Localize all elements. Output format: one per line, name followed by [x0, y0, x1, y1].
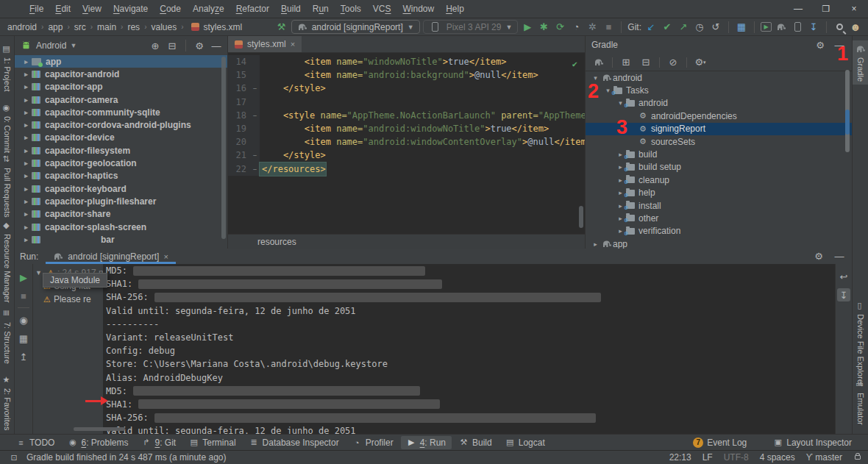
- fold-marker[interactable]: −: [250, 82, 260, 95]
- sidebar-tab-2-favorites[interactable]: ★2: Favorites: [0, 371, 14, 433]
- toolwindow-button-profiler[interactable]: ◔Profiler: [346, 436, 399, 449]
- project-item-capacitor-app[interactable]: ▸capacitor-app: [15, 81, 227, 93]
- minimize-window-icon[interactable]: —: [784, 0, 812, 18]
- gradle-node-install[interactable]: ▸install: [586, 199, 852, 212]
- fold-marker[interactable]: −: [250, 149, 260, 162]
- sidebar-tab-resource-manager[interactable]: ◆Resource Manager: [0, 217, 14, 306]
- git-push-icon[interactable]: ↗: [677, 21, 690, 34]
- run-console-output[interactable]: MD5:SHA1:SHA-256:Valid until: segunda-fe…: [103, 264, 835, 434]
- settings-icon[interactable]: ⚙: [812, 250, 825, 263]
- layout-settings-icon[interactable]: ▦: [17, 332, 30, 345]
- project-item-capacitor-haptics[interactable]: ▸capacitor-haptics: [15, 170, 227, 182]
- gradle-node-cleanup[interactable]: ▸cleanup: [586, 174, 852, 186]
- running-devices-icon[interactable]: ▶: [761, 22, 772, 32]
- scroll-to-end-icon[interactable]: ↧: [837, 288, 850, 301]
- inspections-ok-icon[interactable]: ✔: [572, 57, 577, 71]
- sidebar-tab-emulator[interactable]: ▭Emulator: [853, 376, 868, 428]
- rollback-icon[interactable]: ↺: [709, 21, 722, 34]
- code-line[interactable]: 21− </style>: [228, 149, 585, 162]
- git-update-project-icon[interactable]: ↙: [644, 21, 658, 34]
- toolwindow-button-database-inspector[interactable]: ≣Database Inspector: [243, 436, 345, 449]
- breadcrumb-item[interactable]: values: [149, 22, 178, 32]
- chevron-right-icon[interactable]: ▸: [21, 210, 32, 218]
- project-item-capacitor-share[interactable]: ▸capacitor-share: [15, 208, 227, 221]
- toolwindow-button-4-run[interactable]: ▶4: Run: [401, 436, 452, 449]
- git-branch-widget[interactable]: ϒ master: [806, 452, 842, 463]
- code-area[interactable]: 14 <item name="windowNoTitle">true</item…: [228, 53, 585, 234]
- stop-icon[interactable]: ■: [17, 289, 30, 302]
- code-line[interactable]: 22−</resources>: [228, 163, 585, 176]
- chevron-right-icon[interactable]: ▸: [21, 71, 32, 78]
- console-horizontal-scrollbar[interactable]: [74, 427, 125, 431]
- menu-refactor[interactable]: Refactor: [230, 1, 275, 17]
- hide-panel-icon[interactable]: —: [210, 39, 223, 52]
- tool-window-switcher-icon[interactable]: ⊡: [7, 451, 21, 464]
- breadcrumb-resources[interactable]: resources: [257, 237, 296, 247]
- menu-navigate[interactable]: Navigate: [107, 1, 154, 17]
- device-manager-icon[interactable]: [791, 21, 804, 34]
- pin-tab-icon[interactable]: ↥: [17, 350, 30, 363]
- gradle-sync-icon[interactable]: [775, 21, 788, 34]
- debug-icon[interactable]: ✱: [537, 21, 550, 34]
- code-line[interactable]: 20 <item name="android:windowContentOver…: [228, 135, 585, 149]
- chevron-down-icon[interactable]: ▼: [70, 42, 77, 49]
- chevron-right-icon[interactable]: ▸: [21, 185, 32, 193]
- encoding-indicator[interactable]: UTF-8: [724, 452, 749, 463]
- build-hammer-icon[interactable]: ⚒: [275, 21, 288, 34]
- editor-breadcrumb[interactable]: resources: [228, 234, 585, 249]
- code-line[interactable]: 17: [228, 96, 585, 109]
- breadcrumb-item[interactable]: main: [96, 22, 118, 32]
- project-item-capacitor-keyboard[interactable]: ▸capacitor-keyboard: [15, 182, 227, 195]
- toolwindow-button-event-log[interactable]: 7Event Log: [687, 436, 753, 449]
- avatar[interactable]: ☻: [849, 21, 862, 34]
- toolwindow-button-6-problems[interactable]: ◉6: Problems: [62, 436, 134, 449]
- gradle-node-android[interactable]: ▾android: [586, 71, 852, 84]
- device-select[interactable]: Pixel 3 API 29 ▼: [423, 20, 519, 34]
- fold-marker[interactable]: −: [250, 109, 260, 122]
- profile-app-icon[interactable]: ⟳: [553, 21, 566, 34]
- chevron-right-icon[interactable]: ▸: [21, 198, 32, 205]
- sidebar-tab-7-structure[interactable]: ≣7: Structure: [0, 305, 14, 367]
- profiler-gauge-icon[interactable]: ◔: [569, 21, 583, 34]
- fold-marker[interactable]: −: [250, 163, 260, 176]
- menu-analyze[interactable]: Analyze: [187, 1, 230, 17]
- breadcrumb-item[interactable]: android: [6, 22, 38, 32]
- run-tab-android-signingreport[interactable]: android [signingReport] ×: [46, 249, 176, 264]
- line-separator-indicator[interactable]: LF: [702, 452, 713, 463]
- project-structure-icon[interactable]: ▦: [735, 21, 748, 34]
- project-item-capacitor-android[interactable]: ▸capacitor-android: [15, 68, 227, 80]
- chevron-right-icon[interactable]: ▸: [21, 147, 32, 154]
- menu-tools[interactable]: Tools: [335, 1, 367, 17]
- settings-icon[interactable]: ⚙: [193, 39, 206, 52]
- project-item-capacitor-filesystem[interactable]: ▸capacitor-filesystem: [15, 144, 227, 157]
- project-item-capacitor-plugin-filesharer[interactable]: ▸capacitor-plugin-filesharer: [15, 195, 227, 207]
- project-item-covered[interactable]: ▸bar: [15, 233, 227, 246]
- menu-help[interactable]: Help: [440, 1, 470, 17]
- breadcrumb-item[interactable]: res: [126, 22, 141, 32]
- breadcrumb-file[interactable]: styles.xml: [202, 22, 244, 32]
- chevron-right-icon[interactable]: ▸: [21, 96, 32, 104]
- chevron-right-icon[interactable]: ▸: [21, 58, 32, 65]
- locate-file-icon[interactable]: ⊕: [149, 39, 162, 52]
- expand-all-icon[interactable]: ⊞: [619, 56, 633, 69]
- settings-icon[interactable]: ⚙: [814, 38, 827, 51]
- project-view-selector[interactable]: Android: [36, 40, 66, 51]
- sidebar-tab-gradle[interactable]: Gradle: [853, 40, 868, 85]
- search-everywhere-icon[interactable]: [833, 21, 846, 34]
- editor-scrollbar[interactable]: [579, 206, 583, 228]
- gradle-node-verification[interactable]: ▸verification: [586, 225, 852, 238]
- gradle-node-Tasks[interactable]: ▾Tasks: [586, 84, 852, 96]
- lock-icon[interactable]: [855, 455, 861, 460]
- project-item-app[interactable]: ▸app: [15, 55, 227, 68]
- project-item-capacitor-camera[interactable]: ▸capacitor-camera: [15, 93, 227, 106]
- chevron-right-icon[interactable]: ▸: [21, 109, 32, 116]
- sidebar-tab-0-commit[interactable]: ◉0: Commit: [0, 99, 14, 156]
- run-result-tree[interactable]: ▼ ⚠ ; 24 s 917 ms ⚠Using flat⚠Please re: [33, 266, 103, 434]
- menu-run[interactable]: Run: [307, 1, 335, 17]
- editor-tab-styles-xml[interactable]: styles.xml ×: [228, 36, 302, 52]
- attach-debugger-icon[interactable]: ✲: [586, 21, 599, 34]
- project-scrollbar[interactable]: [221, 57, 226, 239]
- menu-build[interactable]: Build: [275, 1, 307, 17]
- menu-window[interactable]: Window: [396, 1, 440, 17]
- project-item-capacitor-geolocation[interactable]: ▸capacitor-geolocation: [15, 157, 227, 169]
